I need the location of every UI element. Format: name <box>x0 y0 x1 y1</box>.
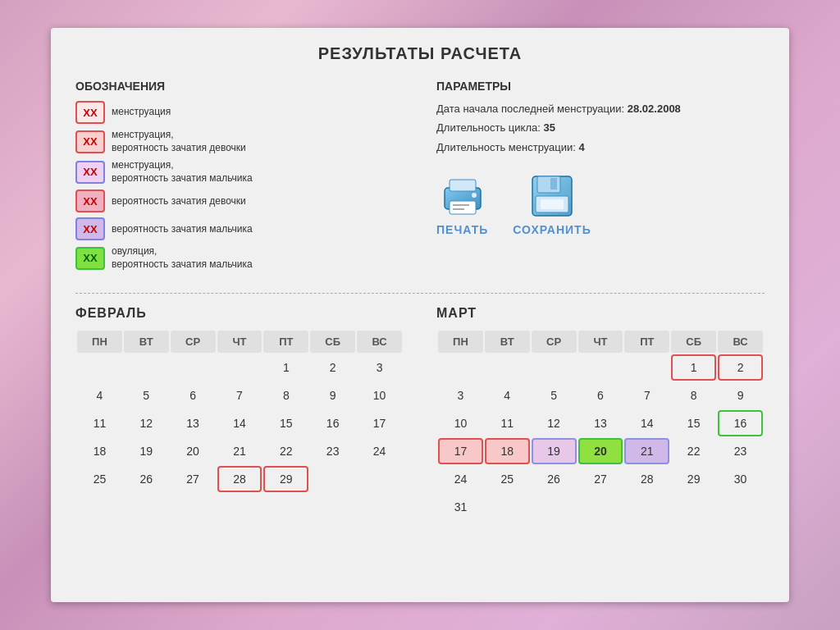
mar-cell-1: 1 <box>671 354 716 381</box>
legend-item-3: ХХ менструация,вероятность зачатия мальч… <box>75 159 404 185</box>
feb-cell: 16 <box>310 410 355 436</box>
feb-cell: 12 <box>124 410 169 436</box>
mar-cell: 28 <box>624 466 669 492</box>
feb-header-thu: ЧТ <box>217 331 262 353</box>
feb-cell: 22 <box>263 438 308 464</box>
feb-cell: 21 <box>217 438 262 464</box>
feb-cell: 11 <box>77 410 122 436</box>
mar-cell: 25 <box>485 466 530 492</box>
legend-section: ОБОЗНАЧЕНИЯ ХХ менструация ХХ менструаци… <box>75 80 404 276</box>
table-row: 24 25 26 27 28 29 30 <box>438 466 763 492</box>
feb-cell-28: 28 <box>217 466 262 492</box>
feb-cell: 20 <box>171 438 216 464</box>
mar-cell: 27 <box>578 466 623 492</box>
feb-cell: 1 <box>263 354 308 381</box>
params-section: ПАРАМЕТРЫ Дата начала последней менструа… <box>436 80 765 276</box>
mar-cell: 31 <box>438 494 483 520</box>
feb-cell <box>217 354 262 381</box>
mar-cell: 24 <box>438 466 483 492</box>
mar-cell <box>532 494 577 520</box>
mar-header-thu: ЧТ <box>578 331 623 353</box>
feb-cell: 13 <box>171 410 216 436</box>
calendar-february: ФЕВРАЛЬ ПН ВТ СР ЧТ ПТ СБ ВС <box>75 306 404 522</box>
feb-header-sat: СБ <box>310 331 355 353</box>
print-label: ПЕЧАТЬ <box>436 223 488 236</box>
mar-cell-19: 19 <box>532 438 577 464</box>
mar-cell-18: 18 <box>485 438 530 464</box>
mar-cell <box>578 354 623 381</box>
table-row: 10 11 12 13 14 15 16 <box>438 410 763 436</box>
duration-value: 4 <box>579 141 585 153</box>
table-row: 1 2 3 <box>77 354 402 381</box>
mar-header-sat: СБ <box>671 331 716 353</box>
legend-item-4: ХХ вероятность зачатия девочки <box>75 189 404 212</box>
feb-header-mon: ПН <box>77 331 122 353</box>
mar-cell <box>624 494 669 520</box>
save-label: СОХРАНИТЬ <box>513 223 591 236</box>
legend-box-3: ХХ <box>75 161 105 184</box>
duration-label: Длительность менструации: <box>436 141 579 153</box>
feb-cell: 15 <box>263 410 308 436</box>
params-title: ПАРАМЕТРЫ <box>436 80 765 93</box>
mar-cell: 29 <box>671 466 716 492</box>
feb-cell: 14 <box>217 410 262 436</box>
feb-cell: 23 <box>310 438 355 464</box>
legend-text-3: менструация,вероятность зачатия мальчика <box>112 159 253 185</box>
legend-item-6: ХХ овуляция,вероятность зачатия мальчика <box>75 245 404 271</box>
svg-rect-4 <box>453 208 464 210</box>
cycle-label: Длительность цикла: <box>436 121 543 134</box>
legend-item-2: ХХ менструация,вероятность зачатия девоч… <box>75 129 404 154</box>
legend-box-4: ХХ <box>75 189 105 212</box>
feb-cell: 9 <box>310 382 355 409</box>
save-button[interactable]: СОХРАНИТЬ <box>513 173 591 236</box>
feb-cell <box>357 466 402 492</box>
feb-cell: 8 <box>263 382 308 409</box>
legend-text-5: вероятность зачатия мальчика <box>112 223 253 236</box>
mar-cell: 22 <box>671 438 716 464</box>
feb-cell-29: 29 <box>263 466 308 492</box>
feb-header-sun: ВС <box>357 331 402 353</box>
mar-cell <box>578 494 623 520</box>
mar-header-wed: СР <box>532 331 577 353</box>
feb-cell: 5 <box>124 382 169 409</box>
table-row: 11 12 13 14 15 16 17 <box>77 410 402 436</box>
table-row: 3 4 5 6 7 8 9 <box>438 382 763 409</box>
feb-cell: 3 <box>357 354 402 381</box>
feb-title: ФЕВРАЛЬ <box>75 306 404 321</box>
mar-title: МАРТ <box>436 306 765 321</box>
mar-cell: 9 <box>718 382 763 409</box>
table-row: 25 26 27 28 29 <box>77 466 402 492</box>
save-icon <box>527 173 577 218</box>
mar-cell: 8 <box>671 382 716 409</box>
feb-cell: 18 <box>77 438 122 464</box>
calendar-march: МАРТ ПН ВТ СР ЧТ ПТ СБ ВС <box>436 306 765 522</box>
svg-rect-10 <box>541 199 564 209</box>
feb-cell: 19 <box>124 438 169 464</box>
feb-cell: 27 <box>171 466 216 492</box>
mar-cell-17: 17 <box>438 438 483 464</box>
print-button[interactable]: ПЕЧАТЬ <box>436 173 488 236</box>
mar-cell: 23 <box>718 438 763 464</box>
mar-cell <box>532 354 577 381</box>
feb-header-tue: ВТ <box>124 331 169 353</box>
mar-cell: 4 <box>485 382 530 409</box>
mar-cell: 15 <box>671 410 716 436</box>
legend-text-4: вероятность зачатия девочки <box>112 195 246 208</box>
mar-cell <box>438 354 483 381</box>
page-title: РЕЗУЛЬТАТЫ РАСЧЕТА <box>75 44 765 63</box>
mar-header-sun: ВС <box>718 331 763 353</box>
mar-cell: 30 <box>718 466 763 492</box>
legend-item-1: ХХ менструация <box>75 101 404 124</box>
mar-cell <box>485 354 530 381</box>
mar-cell: 26 <box>532 466 577 492</box>
last-period-value: 28.02.2008 <box>628 103 681 115</box>
mar-cell-20: 20 <box>578 438 623 464</box>
feb-header-fri: ПТ <box>263 331 308 353</box>
legend-item-5: ХХ вероятность зачатия мальчика <box>75 217 404 240</box>
legend-text-1: менструация <box>112 106 171 119</box>
legend-box-6: ХХ <box>75 247 105 270</box>
mar-cell: 3 <box>438 382 483 409</box>
feb-cell: 24 <box>357 438 402 464</box>
mar-cell: 14 <box>624 410 669 436</box>
feb-cell: 4 <box>77 382 122 409</box>
